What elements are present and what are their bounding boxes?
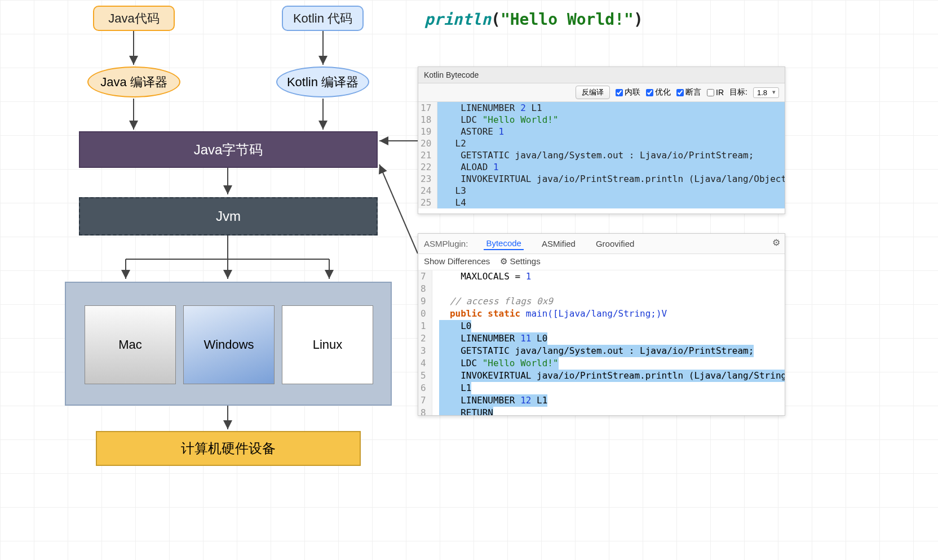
kotlin-bytecode-panel: Kotlin Bytecode 反编译 内联 优化 断言 IR 目标: 1.8 … — [418, 66, 785, 214]
windows-os-node[interactable]: Windows — [183, 305, 275, 384]
kotlin-code-node[interactable]: Kotlin 代码 — [282, 6, 364, 31]
kotlin-gutter: 171819202122232425 — [418, 102, 437, 208]
linux-label: Linux — [313, 337, 343, 352]
svg-line-12 — [379, 165, 418, 254]
asm-tabs: ASMPlugin: Bytecode ASMified Groovified … — [418, 234, 785, 254]
windows-label: Windows — [203, 337, 254, 352]
close-paren: ) — [634, 10, 643, 29]
snippet-string: "Hello World!" — [501, 10, 634, 29]
java-compiler-label: Java 编译器 — [100, 74, 167, 91]
snippet-fn: println — [424, 10, 491, 29]
asm-plugin-panel: ASMPlugin: Bytecode ASMified Groovified … — [418, 233, 785, 416]
tab-bytecode[interactable]: Bytecode — [484, 237, 524, 250]
asm-code-area: 789012345678 MAXLOCALS = 1 // access fla… — [418, 270, 785, 416]
gear-icon[interactable]: ⚙ — [772, 237, 780, 248]
inline-checkbox[interactable]: 内联 — [616, 87, 640, 97]
assert-checkbox[interactable]: 断言 — [676, 87, 701, 97]
tab-asmified[interactable]: ASMified — [539, 238, 578, 250]
kotlin-code-area: 171819202122232425 LINENUMBER 2 L1 LDC "… — [418, 102, 785, 208]
java-bytecode-node[interactable]: Java字节码 — [79, 131, 378, 168]
diagram-canvas: Java代码 Kotlin 代码 Java 编译器 Kotlin 编译器 Jav… — [0, 0, 938, 560]
asm-gutter: 789012345678 — [418, 270, 432, 416]
tab-groovified[interactable]: Groovified — [594, 238, 636, 250]
open-paren: ( — [491, 10, 501, 29]
asm-subtoolbar: Show Differences ⚙ Settings — [418, 254, 785, 270]
mac-os-node[interactable]: Mac — [85, 305, 176, 384]
java-code-label: Java代码 — [108, 10, 159, 27]
java-compiler-node[interactable]: Java 编译器 — [87, 66, 180, 97]
jvm-node[interactable]: Jvm — [79, 197, 378, 235]
kotlin-compiler-node[interactable]: Kotlin 编译器 — [276, 66, 369, 97]
target-select[interactable]: 1.8 — [753, 87, 779, 98]
target-label: 目标: — [729, 87, 747, 97]
code-snippet: println("Hello World!") — [424, 10, 643, 29]
asm-plugin-label: ASMPlugin: — [424, 239, 468, 248]
ir-checkbox[interactable]: IR — [707, 88, 724, 97]
kotlin-code-body[interactable]: LINENUMBER 2 L1 LDC "Hello World!" ASTOR… — [437, 102, 785, 208]
hardware-label: 计算机硬件设备 — [181, 439, 276, 457]
bytecode-label: Java字节码 — [194, 141, 263, 159]
opt-check-input[interactable] — [646, 89, 653, 96]
kotlin-panel-toolbar: 反编译 内联 优化 断言 IR 目标: 1.8 — [418, 83, 785, 102]
java-code-node[interactable]: Java代码 — [93, 6, 175, 31]
mac-label: Mac — [118, 337, 142, 352]
opt-checkbox[interactable]: 优化 — [646, 87, 671, 97]
settings-link[interactable]: ⚙ Settings — [500, 256, 540, 266]
assert-check-input[interactable] — [676, 89, 684, 96]
kotlin-panel-title: Kotlin Bytecode — [418, 67, 785, 83]
linux-os-node[interactable]: Linux — [282, 305, 373, 384]
kotlin-compiler-label: Kotlin 编译器 — [287, 74, 359, 91]
kotlin-code-label: Kotlin 代码 — [293, 10, 352, 27]
hardware-node[interactable]: 计算机硬件设备 — [96, 431, 361, 466]
inline-check-input[interactable] — [616, 89, 623, 96]
show-diff-link[interactable]: Show Differences — [424, 256, 490, 266]
asm-code-body[interactable]: MAXLOCALS = 1 // access flags 0x9 public… — [432, 270, 785, 416]
decompile-button[interactable]: 反编译 — [576, 86, 610, 99]
jvm-label: Jvm — [216, 208, 241, 224]
ir-check-input[interactable] — [707, 89, 714, 96]
